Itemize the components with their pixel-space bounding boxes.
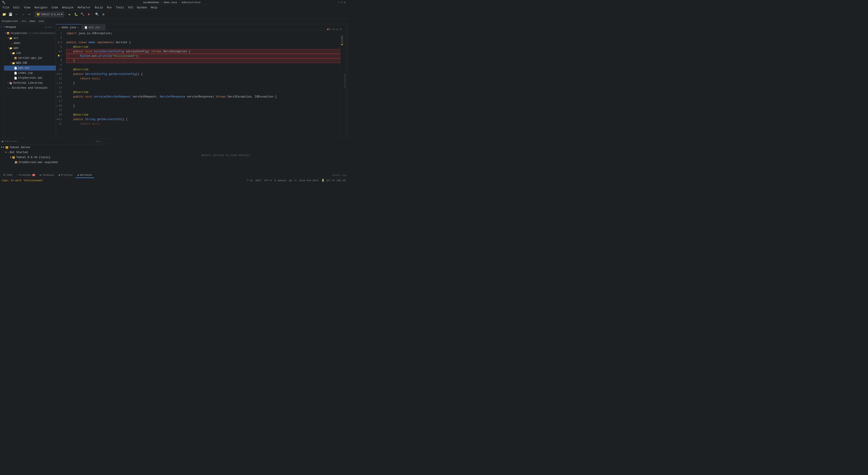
search-btn[interactable]: 🔍 — [94, 12, 100, 17]
services-add-icon[interactable]: + — [17, 140, 18, 143]
tab-terminal[interactable]: ▶ Terminal — [37, 173, 56, 178]
project-settings-icon[interactable]: ⚙ — [45, 26, 47, 29]
gutter-18-collapse[interactable]: ▶ — [57, 103, 58, 108]
stop-btn[interactable]: ■ — [86, 12, 91, 17]
status-line-ending[interactable]: CRLF — [255, 179, 261, 182]
title-bar: 🔧 JavaWebDemo - demo.java - Administrato… — [0, 0, 347, 5]
tree-item-src[interactable]: ▼ 📁 src — [4, 36, 56, 41]
tree-label-iml: httpServlet.iml — [18, 77, 42, 80]
tree-item-iml[interactable]: 📄 httpServlet.iml — [4, 76, 56, 81]
minimize-button[interactable]: — — [338, 1, 340, 4]
tree-item-scratches[interactable]: ▶ ✏ Scratches and Consoles — [4, 86, 56, 90]
fn-service: service — [94, 94, 105, 99]
run-btn[interactable]: ▶ — [67, 12, 72, 17]
services-settings-icon[interactable]: ⚙ — [96, 140, 97, 143]
toolbar-forward-btn[interactable]: → — [20, 12, 26, 17]
gutter-13-collapse[interactable]: ▶ — [57, 81, 58, 86]
jar-icon: 📦 — [14, 57, 17, 60]
menu-view[interactable]: View — [22, 6, 32, 10]
menu-help[interactable]: Help — [149, 6, 159, 10]
brace-open-4: { — [129, 40, 131, 45]
menu-vcs[interactable]: VCS — [126, 6, 135, 10]
tab-demo-java-close[interactable]: ✕ — [78, 26, 79, 29]
menu-edit[interactable]: Edit — [11, 6, 22, 10]
menu-code[interactable]: Code — [50, 6, 60, 10]
menu-window[interactable]: Window — [135, 6, 149, 10]
status-theme[interactable]: Atom One Dark — [299, 179, 319, 182]
tree-item-indexjsp[interactable]: 📄 index.jsp — [4, 70, 56, 76]
project-collapse-icon[interactable]: ⊟ — [50, 26, 52, 29]
status-position[interactable]: 7:41 — [247, 179, 253, 182]
code-content[interactable]: import java.io.IOException; public class… — [66, 31, 340, 138]
memory-indicator[interactable]: 🔋 327 of 196 iM — [321, 179, 345, 182]
scroll-down-icon[interactable]: ▼ — [340, 28, 341, 31]
services-more-icon[interactable]: ⚙ — [98, 140, 100, 143]
debug-btn[interactable]: 🐛 — [73, 12, 79, 17]
services-expand-icon[interactable]: ⊞ — [14, 140, 16, 143]
breadcrumb-init[interactable]: init — [39, 20, 44, 23]
menu-tools[interactable]: Tools — [114, 6, 126, 10]
toolbar-back-btn[interactable]: ← — [14, 12, 20, 17]
tab-todo[interactable]: ☰ TODO — [1, 173, 14, 178]
tree-item-demo[interactable]: ☕ demo — [4, 41, 56, 46]
tree-item-jar[interactable]: 📦 servlet-api.jar — [4, 56, 56, 61]
services-split-icon[interactable]: ⊞ — [7, 140, 8, 143]
toolbar-open-btn[interactable]: 📁 — [1, 12, 7, 17]
tree-item-webxml[interactable]: 📄 web.xml — [4, 66, 56, 70]
tree-item-extlibs[interactable]: ▶ 📚 External Libraries — [4, 81, 56, 86]
tab-profiler[interactable]: ◉ Profiler — [56, 173, 75, 178]
services-run-icon[interactable]: ▶ — [2, 140, 4, 143]
not-started-label: Not Started — [10, 151, 28, 154]
maximize-button[interactable]: □ — [341, 1, 343, 4]
tree-item-root[interactable]: ▼ 📦 httpServlet D:\Code\JavaWebDemo\http… — [4, 31, 56, 36]
code-editor[interactable]: 2 3 ▶ 4 5 ● 6 💡 7 8 9 10 ● — [56, 31, 343, 138]
menu-build[interactable]: Build — [93, 6, 105, 10]
service-war[interactable]: 📦 httpServlet:war exploded — [0, 160, 104, 165]
paren-16a: ( — [105, 94, 107, 99]
toolbar-save-btn[interactable]: 💾 — [8, 12, 13, 17]
tree-item-webinf[interactable]: ▼ 📁 WEB-INF — [4, 61, 56, 66]
menu-refactor[interactable]: Refactor — [76, 6, 92, 10]
services-filter-icon[interactable]: ▽ — [12, 140, 13, 143]
gutter-9: 9 — [60, 63, 64, 67]
menu-file[interactable]: File — [1, 6, 11, 10]
breadcrumb-httpServlet[interactable]: httpServlet — [2, 20, 18, 23]
settings-btn[interactable]: ⚙ — [101, 12, 106, 17]
tree-item-web[interactable]: ▼ 📁 web — [4, 46, 56, 51]
scroll-up-icon[interactable]: ▲ — [337, 28, 338, 31]
toolbar-undo-btn[interactable]: ↩ — [27, 12, 32, 17]
tree-label-extlibs: External Libraries — [13, 82, 43, 85]
breadcrumb-demo[interactable]: demo — [29, 20, 35, 23]
menu-navigate[interactable]: Navigate — [33, 6, 49, 10]
menu-run[interactable]: Run — [105, 6, 114, 10]
project-icon[interactable]: Proj — [0, 25, 4, 29]
services-hide-icon[interactable]: ⌄ — [100, 140, 102, 143]
right-scrollbar[interactable] — [340, 31, 343, 138]
service-not-started[interactable]: ▼ ⚠ Not Started — [0, 150, 104, 155]
service-tomcat-server[interactable]: ▼ ▼ 🐱 Tomcat Server — [0, 145, 104, 150]
tree-label-lib: lib — [16, 52, 21, 55]
tree-item-lib[interactable]: ▼ 📁 lib — [4, 51, 56, 56]
service-tomcat-local[interactable]: ▼ 🐱 Tomcat 9.0.44 [local] — [0, 155, 104, 160]
tab-demo-java[interactable]: ☕ demo.java ✕ — [56, 24, 82, 31]
tomcat-selector[interactable]: 🐱 TOMCAT 9.0.44 ▼ — [35, 12, 64, 17]
type-servletconfig11: ServletConfig — [85, 72, 109, 77]
tab-services[interactable]: ◈ Services — [75, 173, 94, 178]
project-more-icon[interactable]: … — [53, 26, 54, 29]
scroll-thumb[interactable] — [342, 35, 343, 44]
annotation-5: @Override — [73, 45, 89, 49]
services-divider-icon[interactable]: ≡ — [4, 140, 6, 143]
tab-web-xml[interactable]: 📄 web.xml ✕ — [82, 24, 105, 31]
lib-arrow: ▼ — [10, 52, 11, 54]
status-encoding[interactable]: UTF-8 — [264, 179, 272, 182]
build-btn[interactable]: 🔨 — [80, 12, 85, 17]
close-button[interactable]: ✕ — [344, 1, 345, 4]
menu-analyze[interactable]: Analyze — [60, 6, 75, 10]
services-group-icon[interactable]: ⊡ — [9, 140, 11, 143]
breadcrumb-src[interactable]: src — [22, 20, 26, 23]
event-log-link[interactable]: Event Log — [333, 174, 346, 177]
tab-problems[interactable]: ⚠ Problems 8 — [14, 173, 37, 178]
status-spaces[interactable]: 8 spaces — [274, 179, 286, 182]
project-expand-icon[interactable]: ≡ — [48, 26, 49, 29]
tab-web-xml-close[interactable]: ✕ — [101, 26, 103, 29]
